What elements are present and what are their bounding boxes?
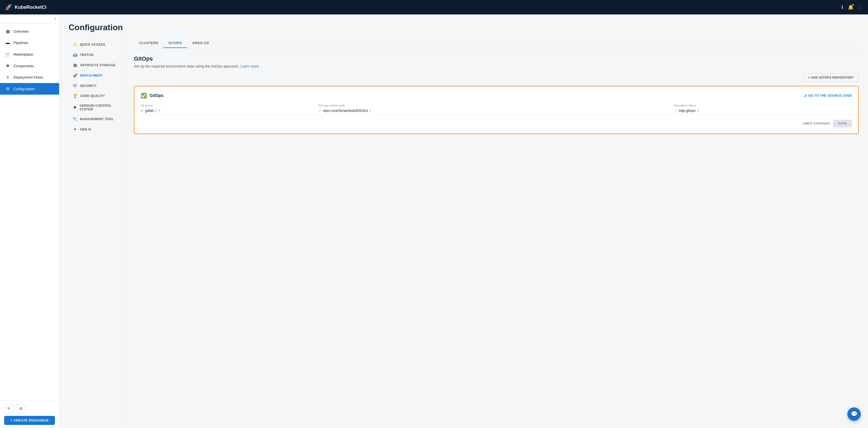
config-nav-label-quick-access: QUICK ACCESS	[80, 43, 105, 46]
config-nav-security[interactable]: 🛡 SECURITY	[69, 81, 125, 91]
artifacts-storage-icon: ▤	[73, 63, 78, 68]
sidebar-item-deployment-flows[interactable]: ≡ Deployment Flows	[0, 72, 59, 83]
chat-fab-button[interactable]: 💬	[847, 407, 861, 421]
config-nav-version-control[interactable]: ❖ VERSION CONTROL SYSTEM	[69, 101, 125, 114]
gitops-card-title-row: ✅ GitOps	[141, 93, 163, 99]
card-actions: UNDO CHANGES SAVE	[141, 120, 852, 127]
git-repo-path-info-icon[interactable]: ℹ	[370, 109, 371, 113]
config-nav-label-code-quality: CODE QUALITY	[80, 94, 105, 98]
add-repo-row: + ADD GITOPS REPOSITORY	[134, 73, 859, 82]
quick-access-icon: ⚡	[73, 42, 78, 47]
navbar: 🚀 KubeRocketCI ℹ 🔔 ⋮	[0, 0, 868, 14]
config-nav-label-gen-ai: GEN AI	[80, 128, 91, 131]
section-description: Set up the required environment state us…	[134, 64, 859, 68]
more-menu-button[interactable]: ⋮	[858, 4, 863, 10]
page-title: Configuration	[69, 23, 859, 32]
tab-clusters[interactable]: CLUSTERS	[134, 38, 163, 48]
config-nav-label-management-tool: MANAGEMENT TOOL	[80, 117, 114, 121]
repo-name-info-icon[interactable]: ℹ	[697, 109, 699, 113]
create-resource-button[interactable]: + CREATE RESOURCE	[4, 416, 55, 425]
navbar-right: ℹ 🔔 ⋮	[841, 4, 863, 10]
git-server-info-icon[interactable]: ℹ	[155, 109, 156, 113]
sidebar-item-label-pipelines: Pipelines	[13, 41, 28, 45]
repo-name-label: Repository Name	[674, 104, 852, 107]
settings-icon-button[interactable]: ⚙	[16, 404, 25, 413]
notifications-button[interactable]: 🔔	[848, 4, 854, 10]
sidebar-nav: ▦ Overview ▬ Pipelines 🛒 Marketplace ❖ C…	[0, 24, 59, 401]
go-to-source-code-link[interactable]: ⎇ GO TO THE SOURCE CODE	[803, 94, 852, 97]
git-server-value-row: ✔ gitlab ℹ ▼	[141, 108, 318, 114]
sidebar-item-label-components: Components	[13, 64, 34, 68]
sidebar-bottom: ✎ ⚙ + CREATE RESOURCE	[0, 401, 59, 428]
gitops-card-name: GitOps	[150, 93, 163, 98]
config-nav-quick-access[interactable]: ⚡ QUICK ACCESS	[69, 39, 125, 50]
repo-name-slash: /	[675, 108, 676, 113]
git-repo-slash: /	[319, 108, 320, 113]
gitops-card: ✅ GitOps ⎇ GO TO THE SOURCE CODE Git ser…	[134, 86, 859, 134]
config-nav-label-security: SECURITY	[80, 84, 97, 88]
deployment-flows-icon: ≡	[5, 75, 10, 80]
edit-icon-button[interactable]: ✎	[4, 404, 13, 413]
git-server-field: Git server ✔ gitlab ℹ ▼	[141, 104, 318, 114]
config-nav-code-quality[interactable]: 🏆 CODE QUALITY	[69, 91, 125, 101]
sidebar-item-components[interactable]: ❖ Components	[0, 60, 59, 72]
tabs: CLUSTERS GITOPS ARGO CD	[134, 38, 859, 48]
tab-gitops[interactable]: GITOPS	[163, 38, 187, 48]
management-tool-icon: 🔧	[73, 117, 78, 122]
git-repo-path-field: Git repo relative path / epm-cmtr/tenant…	[318, 104, 674, 114]
section-title: GitOps	[134, 56, 859, 62]
sidebar-item-label-overview: Overview	[13, 29, 28, 34]
navbar-left: 🚀 KubeRocketCI	[5, 4, 46, 10]
repo-name-value: edp-gitops	[679, 108, 695, 113]
sidebar-collapse-button[interactable]: ‹	[55, 17, 56, 21]
tekton-icon: 🤖	[73, 53, 78, 57]
content-area: Configuration ⚡ QUICK ACCESS 🤖 TEKTON ▤ …	[59, 14, 868, 428]
save-button[interactable]: SAVE	[833, 120, 852, 127]
notification-dot	[852, 4, 854, 6]
tab-argo-cd[interactable]: ARGO CD	[187, 38, 214, 48]
config-nav-management-tool[interactable]: 🔧 MANAGEMENT TOOL	[69, 114, 125, 124]
sidebar-item-configuration[interactable]: ⚙ Configuration	[0, 83, 59, 95]
sidebar: ‹ ▦ Overview ▬ Pipelines 🛒 Marketplace ❖…	[0, 14, 59, 428]
undo-changes-button[interactable]: UNDO CHANGES	[803, 122, 830, 125]
git-repo-path-value: epm-cmtr/tenants/a08303e1	[323, 108, 368, 113]
learn-more-link[interactable]: Learn more.	[240, 64, 259, 68]
git-repo-path-value-row: / epm-cmtr/tenants/a08303e1 ℹ	[318, 108, 674, 114]
gitops-card-header: ✅ GitOps ⎇ GO TO THE SOURCE CODE	[141, 93, 852, 99]
config-nav-artifacts-storage[interactable]: ▤ ARTIFACTS STORAGE	[69, 60, 125, 70]
sidebar-item-label-configuration: Configuration	[13, 87, 35, 91]
config-layout: ⚡ QUICK ACCESS 🤖 TEKTON ▤ ARTIFACTS STOR…	[69, 38, 859, 420]
repo-name-field: Repository Name / edp-gitops ℹ	[674, 104, 852, 114]
marketplace-icon: 🛒	[5, 52, 10, 57]
sidebar-item-marketplace[interactable]: 🛒 Marketplace	[0, 48, 59, 60]
config-nav-gen-ai[interactable]: ✦ GEN AI	[69, 124, 125, 135]
add-gitops-repository-button[interactable]: + ADD GITOPS REPOSITORY	[803, 73, 859, 82]
source-code-icon: ⎇	[803, 94, 807, 97]
config-nav-label-deployment: DEPLOYMENT	[80, 74, 103, 77]
config-nav-label-artifacts: ARTIFACTS STORAGE	[80, 63, 116, 67]
sidebar-item-label-deployment-flows: Deployment Flows	[13, 75, 43, 79]
sidebar-item-label-marketplace: Marketplace	[13, 52, 33, 57]
config-nav-label-version-control: VERSION CONTROL SYSTEM	[80, 104, 121, 111]
config-nav-tekton[interactable]: 🤖 TEKTON	[69, 50, 125, 60]
info-button[interactable]: ℹ	[841, 4, 843, 10]
repo-name-value-row: / edp-gitops ℹ	[674, 108, 852, 114]
pipelines-icon: ▬	[5, 40, 10, 45]
configuration-icon: ⚙	[5, 86, 10, 91]
git-server-label: Git server	[141, 104, 318, 107]
gen-ai-icon: ✦	[73, 127, 78, 132]
version-control-icon: ❖	[73, 105, 77, 110]
config-nav-deployment[interactable]: 🚀 DEPLOYMENT	[69, 70, 125, 81]
status-check-icon: ✅	[141, 93, 147, 99]
overview-icon: ▦	[5, 29, 10, 34]
deployment-icon: 🚀	[73, 73, 78, 78]
sidebar-bottom-icons: ✎ ⚙	[4, 404, 55, 413]
git-server-value: gitlab	[145, 108, 154, 113]
logo-icon: 🚀	[5, 4, 12, 10]
sidebar-item-overview[interactable]: ▦ Overview	[0, 26, 59, 37]
components-icon: ❖	[5, 63, 10, 68]
security-icon: 🛡	[73, 84, 78, 88]
git-server-dropdown-icon[interactable]: ▼	[158, 109, 161, 112]
sidebar-item-pipelines[interactable]: ▬ Pipelines	[0, 37, 59, 48]
code-quality-icon: 🏆	[73, 94, 78, 98]
